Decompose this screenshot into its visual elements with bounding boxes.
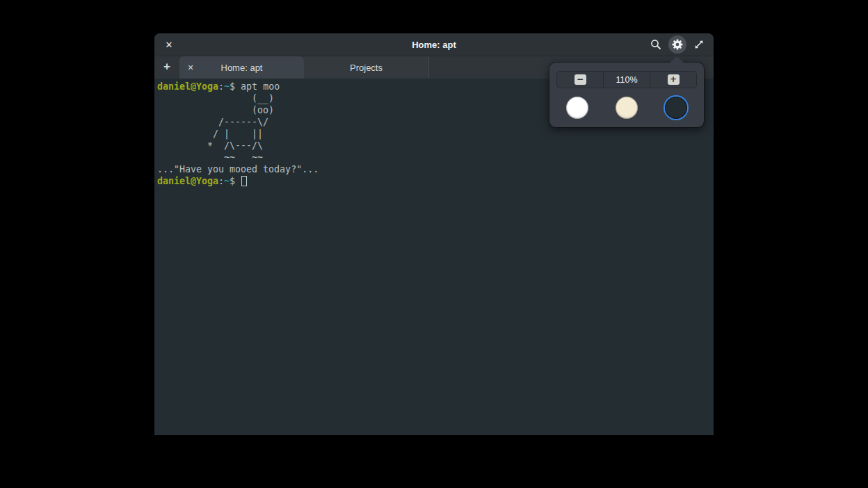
terminal-text: * /\---/\	[157, 140, 263, 151]
terminal-text: ~	[224, 176, 230, 186]
terminal-text: $	[230, 81, 241, 92]
zoom-reset-button[interactable]: 110%	[603, 72, 650, 88]
fullscreen-icon	[693, 39, 705, 50]
window-close-button[interactable]: ✕	[160, 35, 178, 54]
titlebar[interactable]: ✕ Home: apt	[154, 33, 714, 56]
popover-arrow	[670, 56, 684, 63]
terminal-text: (__)	[157, 93, 274, 104]
search-button[interactable]	[647, 35, 665, 54]
zoom-in-button[interactable]: +	[650, 72, 696, 88]
new-tab-button[interactable]: +	[154, 56, 179, 79]
zoom-out-icon: −	[574, 74, 586, 85]
gear-icon	[672, 39, 683, 50]
terminal-text: apt moo	[241, 81, 280, 92]
zoom-in-icon: +	[668, 74, 680, 85]
terminal-line: / | ||	[157, 128, 711, 140]
desktop: ✕ Home: apt	[0, 0, 868, 488]
search-icon	[650, 39, 661, 50]
tab-label: Home: apt	[221, 63, 263, 73]
tab-projects[interactable]: Projects	[304, 56, 429, 79]
terminal-line: ..."Have you mooed today?"...	[157, 163, 711, 175]
terminal-text: daniel@Yoga	[157, 176, 218, 186]
terminal-text: :	[218, 176, 224, 186]
terminal-output[interactable]: daniel@Yoga:~$ apt moo (__) (oo) /------…	[154, 79, 714, 435]
terminal-text: / | ||	[157, 129, 263, 139]
zoom-out-button[interactable]: −	[557, 72, 603, 88]
window-title: Home: apt	[154, 40, 714, 50]
tab-close-icon[interactable]: ✕	[184, 60, 198, 74]
theme-selector	[566, 97, 687, 119]
fullscreen-button[interactable]	[690, 35, 708, 54]
terminal-cursor	[241, 176, 247, 186]
theme-swatch-dark[interactable]	[665, 97, 687, 119]
terminal-text: ..."Have you mooed today?"...	[157, 164, 319, 174]
terminal-text: ~	[224, 81, 230, 92]
theme-swatch-light[interactable]	[566, 97, 588, 119]
terminal-line: * /\---/\	[157, 140, 711, 152]
zoom-level-value: 110%	[616, 75, 637, 85]
terminal-line: ~~ ~~	[157, 152, 711, 163]
tab-home-apt[interactable]: ✕ Home: apt	[179, 56, 304, 79]
zoom-control: − 110% +	[556, 71, 697, 88]
terminal-text: /------\/	[157, 117, 268, 127]
terminal-text: daniel@Yoga	[157, 81, 218, 92]
tab-label: Projects	[350, 63, 383, 73]
terminal-text: (oo)	[157, 105, 274, 115]
settings-button[interactable]	[668, 35, 686, 54]
terminal-line: daniel@Yoga:~$	[157, 175, 711, 187]
settings-popover: − 110% +	[549, 63, 704, 127]
close-icon: ✕	[166, 40, 173, 50]
terminal-text: ~~ ~~	[157, 152, 263, 163]
theme-swatch-sepia[interactable]	[616, 97, 638, 119]
terminal-text: $	[230, 176, 241, 186]
terminal-text: :	[218, 81, 224, 92]
